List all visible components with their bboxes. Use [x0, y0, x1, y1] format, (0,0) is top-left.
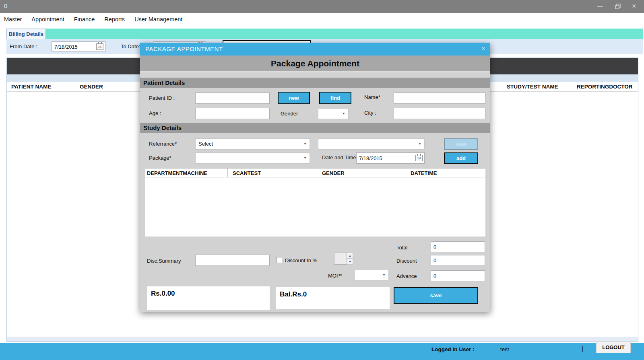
spin-down-icon[interactable]: ▼ [347, 259, 353, 265]
menu-user-management[interactable]: User Management [134, 16, 182, 23]
gender-select[interactable]: ▼ [318, 108, 349, 119]
col-reporting-doctor[interactable]: REPORTINGDOCTOR [577, 84, 633, 90]
study-table-header: DEPARTMENTMACHINE SCANTEST GENDER DATETI… [145, 168, 485, 177]
close-icon[interactable]: × [632, 2, 636, 10]
city-label: City : [364, 110, 376, 116]
menu-master[interactable]: Master [4, 16, 22, 23]
col-datetime[interactable]: DATETIME [411, 170, 437, 176]
calendar-icon[interactable]: 14 [96, 43, 103, 50]
amount-display: Rs.0.00 [147, 286, 270, 310]
referrance-select[interactable]: Select ▼ [195, 138, 310, 150]
referrance-doctor-select[interactable]: ▼ [318, 138, 425, 150]
advance-input[interactable] [431, 270, 485, 281]
dialog-title: PACKAGE APPOINTMENT [145, 45, 223, 52]
col-scantest[interactable]: SCANTEST [233, 170, 261, 176]
age-label: Age : [149, 110, 161, 116]
discount-in-percent-label: Discount In % [285, 257, 317, 263]
window-titlebar: 0 × [0, 0, 644, 13]
menu-appointment[interactable]: Appointment [31, 16, 64, 23]
col-patient-name[interactable]: PATIENT NAME [11, 84, 51, 90]
save-button[interactable]: save [394, 287, 478, 304]
col-study-test-name[interactable]: STUDY/TEST NAME [507, 84, 558, 90]
spin-up-icon[interactable]: ▲ [347, 253, 353, 259]
stepper-value-box[interactable] [334, 253, 347, 265]
col-department-machine[interactable]: DEPARTMENTMACHINE [147, 170, 207, 176]
to-date-label: To Date: [121, 43, 140, 49]
status-divider: | [582, 345, 583, 352]
logged-in-username: test [500, 346, 509, 352]
package-label: Package* [149, 155, 171, 161]
dialog-close-icon[interactable]: × [481, 45, 485, 52]
mop-select[interactable]: ▼ [354, 270, 389, 280]
chevron-down-icon: ▼ [303, 139, 307, 149]
dialog-heading: Package Appointment [140, 56, 490, 72]
window-title: 0 [4, 2, 7, 9]
chevron-down-icon: ▼ [418, 139, 421, 149]
add-study-button[interactable]: add [444, 152, 478, 164]
status-bar [0, 343, 644, 360]
tab-strip: Billing Details [6, 29, 643, 39]
calendar-icon[interactable]: 14 [415, 155, 423, 161]
chevron-down-icon: ▼ [303, 153, 307, 163]
age-input[interactable] [195, 108, 270, 119]
grid-footer-strip [7, 337, 638, 341]
dialog-titlebar: PACKAGE APPOINTMENT × [140, 43, 490, 56]
from-date-label: From Date : [10, 43, 37, 49]
mop-label: MOP* [328, 273, 342, 279]
package-select[interactable]: ▼ [195, 152, 310, 164]
menu-reports[interactable]: Reports [104, 16, 125, 23]
minimize-icon[interactable] [597, 6, 603, 7]
new-patient-button[interactable]: new [278, 92, 310, 104]
balance-display: Bal.Rs.0 [276, 287, 390, 309]
discount-in-percent-checkbox[interactable] [276, 257, 282, 263]
tab-billing-details[interactable]: Billing Details [6, 29, 46, 39]
referrance-selected-value: Select [198, 141, 213, 147]
date-and-time-label: Date and Time [322, 154, 356, 160]
discount-percent-stepper[interactable]: ▲ ▼ [334, 253, 353, 265]
col-gender[interactable]: GENDER [80, 84, 103, 90]
logged-in-user-label: Logged In User : [431, 346, 475, 352]
chevron-down-icon: ▼ [382, 270, 386, 280]
appointment-date-input[interactable] [356, 152, 425, 164]
menu-finance[interactable]: Finance [74, 16, 95, 23]
patient-id-label: Patient ID : [149, 95, 175, 101]
total-input[interactable] [431, 241, 485, 252]
name-input[interactable] [394, 93, 485, 104]
name-label: Name* [364, 94, 380, 100]
patient-details-section-title: Patient Details [140, 78, 490, 88]
logout-button[interactable]: LOGOUT [596, 341, 631, 353]
col-gender[interactable]: GENDER [322, 170, 345, 176]
column-divider [227, 169, 228, 178]
discount-label: Discount [396, 258, 417, 264]
restore-icon[interactable] [615, 4, 621, 10]
menu-bar: Master Appointment Finance Reports User … [0, 13, 644, 25]
patient-id-input[interactable] [195, 93, 270, 104]
advance-label: Advance [396, 273, 417, 279]
study-table-body[interactable] [145, 177, 485, 237]
package-appointment-dialog: PACKAGE APPOINTMENT × Package Appointmen… [140, 43, 490, 312]
new-referrance-button-disabled: new [444, 138, 478, 150]
disc-summary-input[interactable] [195, 255, 270, 266]
referrance-label: Referrance* [149, 141, 177, 147]
city-input[interactable] [394, 108, 485, 119]
gender-label: Gender [281, 111, 298, 117]
study-details-section-title: Study Details [140, 123, 490, 133]
total-label: Total [396, 245, 407, 251]
disc-summary-label: Disc.Summary [147, 258, 181, 264]
find-patient-button[interactable]: find [319, 92, 351, 104]
discount-input[interactable] [431, 255, 485, 266]
chevron-down-icon: ▼ [342, 109, 345, 119]
